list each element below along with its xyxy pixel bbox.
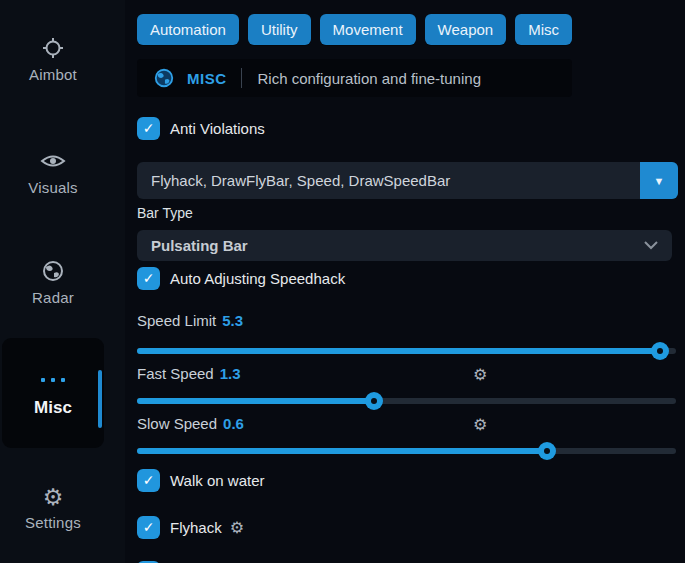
fast-speed-label: Fast Speed1.3 ⚙ (137, 365, 685, 383)
auto-adjusting-checkbox[interactable]: ✓ (137, 267, 160, 290)
flyhack-checkbox[interactable]: ✓ (137, 516, 160, 539)
bar-type-label: Bar Type (137, 205, 685, 221)
globe-icon (153, 67, 175, 89)
crosshair-icon (0, 36, 106, 62)
gear-icon[interactable]: ⚙ (473, 415, 487, 434)
main-content: Automation Utility Movement Weapon Misc … (137, 0, 685, 563)
category-tabs: Automation Utility Movement Weapon Misc (137, 14, 685, 45)
ellipsis-icon (2, 368, 104, 386)
speed-limit-value: 5.3 (222, 312, 243, 329)
slider-fill (137, 348, 660, 354)
globe-icon (0, 259, 106, 285)
speed-limit-label: Speed Limit5.3 (137, 312, 685, 330)
fast-speed-value: 1.3 (220, 365, 241, 382)
sidebar-item-label: Visuals (0, 179, 106, 196)
flags-field: ▼ (137, 162, 678, 199)
eye-icon (0, 149, 106, 175)
sidebar-item-label: Aimbot (0, 66, 106, 83)
tab-movement[interactable]: Movement (320, 14, 416, 45)
walk-on-water-row: ✓ Walk on water (137, 468, 685, 492)
tab-automation[interactable]: Automation (137, 14, 239, 45)
slider-thumb[interactable] (365, 392, 383, 410)
gear-icon[interactable]: ⚙ (473, 365, 487, 384)
slow-speed-value: 0.6 (223, 415, 244, 432)
flyhack-row: ✓ Flyhack ⚙ (137, 515, 685, 539)
anti-violations-row: ✓ Anti Violations (137, 116, 685, 140)
active-indicator (98, 370, 102, 428)
auto-adjusting-row: ✓ Auto Adjusting Speedhack (137, 266, 685, 290)
sidebar-item-aimbot[interactable]: Aimbot (0, 36, 106, 83)
sidebar-item-radar[interactable]: Radar (0, 259, 106, 306)
tab-utility[interactable]: Utility (248, 14, 311, 45)
sidebar-item-settings[interactable]: ⚙ Settings (0, 484, 106, 531)
sidebar-item-misc-selected[interactable]: Misc (2, 338, 104, 448)
bar-type-select[interactable]: Pulsating Bar (137, 230, 672, 261)
section-title: MISC (187, 70, 227, 87)
fast-speed-slider[interactable] (137, 392, 676, 410)
checkbox-label: Anti Violations (170, 120, 265, 137)
sidebar-item-label: Radar (0, 289, 106, 306)
tab-weapon[interactable]: Weapon (425, 14, 507, 45)
slider-fill (137, 448, 547, 454)
caret-down-icon: ▼ (654, 175, 665, 187)
slider-fill (137, 398, 374, 404)
checkbox-label: Auto Adjusting Speedhack (170, 270, 345, 287)
anti-violations-checkbox[interactable]: ✓ (137, 117, 160, 140)
checkbox-label: Walk on water (170, 472, 264, 489)
slow-speed-slider[interactable] (137, 442, 676, 460)
divider (241, 68, 242, 88)
flags-dropdown-button[interactable]: ▼ (640, 162, 678, 199)
section-header: MISC Rich configuration and fine-tuning (137, 59, 572, 97)
checkbox-label: Flyhack (170, 519, 222, 536)
section-subtitle: Rich configuration and fine-tuning (258, 70, 481, 87)
sidebar-item-label: Misc (2, 398, 104, 418)
sidebar-item-visuals[interactable]: Visuals (0, 149, 106, 196)
tab-misc[interactable]: Misc (515, 14, 572, 45)
bar-type-value: Pulsating Bar (151, 237, 248, 254)
chevron-down-icon (644, 241, 658, 250)
sidebar: Aimbot Visuals Radar Misc ⚙ Settings (0, 0, 125, 563)
walk-on-water-checkbox[interactable]: ✓ (137, 469, 160, 492)
flags-input[interactable] (137, 162, 678, 199)
slider-thumb[interactable] (538, 442, 556, 460)
slider-thumb[interactable] (651, 342, 669, 360)
sidebar-item-label: Settings (0, 514, 106, 531)
gear-icon: ⚙ (0, 484, 106, 510)
slow-speed-label: Slow Speed0.6 ⚙ (137, 415, 685, 433)
speed-limit-slider[interactable] (137, 342, 676, 360)
gear-icon[interactable]: ⚙ (230, 518, 244, 537)
